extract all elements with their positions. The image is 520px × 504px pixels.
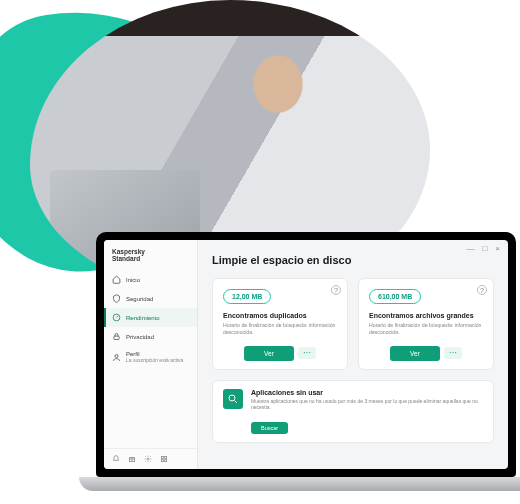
speedometer-icon xyxy=(112,313,121,322)
card-desc: Horario de finalización de búsqueda: inf… xyxy=(369,322,483,336)
gear-icon[interactable] xyxy=(144,455,152,463)
card-desc: Muestra aplicaciones que no ha usado por… xyxy=(251,398,483,411)
card-actions: Ver ⋯ xyxy=(223,346,337,361)
sidebar-item-perfil[interactable]: Perfil La suscripción está activa xyxy=(104,346,197,368)
sidebar-item-label: Seguridad xyxy=(126,296,153,302)
minimize-button[interactable]: — xyxy=(466,244,474,253)
close-button[interactable]: × xyxy=(495,244,500,253)
home-icon xyxy=(112,275,121,284)
brand-line2: Standard xyxy=(112,255,140,262)
sidebar-bottom-icons xyxy=(104,448,197,469)
main-panel: — □ × Limpie el espacio en disco ? 12,00… xyxy=(198,240,508,469)
metric-badge: 610,00 MB xyxy=(369,289,421,304)
sidebar-item-sublabel: La suscripción está activa xyxy=(126,357,183,363)
svg-rect-8 xyxy=(165,460,167,462)
sidebar-item-label: Rendimiento xyxy=(126,315,160,321)
laptop-mockup: Kaspersky Standard Inicio Seguridad Rend… xyxy=(96,232,516,497)
sidebar: Kaspersky Standard Inicio Seguridad Rend… xyxy=(104,240,198,469)
card-title: Encontramos duplicados xyxy=(223,312,337,319)
laptop-screen: Kaspersky Standard Inicio Seguridad Rend… xyxy=(96,232,516,477)
cards-row: ? 12,00 MB Encontramos duplicados Horari… xyxy=(212,278,494,370)
sidebar-nav: Inicio Seguridad Rendimiento Privacidad xyxy=(104,268,197,448)
search-button[interactable]: Buscar xyxy=(251,422,288,434)
card-title: Aplicaciones sin usar xyxy=(251,389,483,396)
svg-rect-5 xyxy=(161,456,163,458)
card-unused-apps: Aplicaciones sin usar Muestra aplicacion… xyxy=(212,380,494,443)
svg-point-9 xyxy=(229,395,235,401)
card-duplicates: ? 12,00 MB Encontramos duplicados Horari… xyxy=(212,278,348,370)
brand-line1: Kaspersky xyxy=(112,248,145,255)
help-icon[interactable]: ? xyxy=(331,285,341,295)
sidebar-item-privacidad[interactable]: Privacidad xyxy=(104,327,197,346)
metric-badge: 12,00 MB xyxy=(223,289,271,304)
svg-rect-7 xyxy=(161,460,163,462)
grid-icon[interactable] xyxy=(160,455,168,463)
lock-icon xyxy=(112,332,121,341)
svg-point-4 xyxy=(147,458,149,460)
window-controls: — □ × xyxy=(466,244,500,253)
sidebar-item-label: Inicio xyxy=(126,277,140,283)
card-large-files: ? 610,00 MB Encontramos archivos grandes… xyxy=(358,278,494,370)
laptop-base xyxy=(79,477,520,491)
view-button[interactable]: Ver xyxy=(390,346,440,361)
sidebar-item-seguridad[interactable]: Seguridad xyxy=(104,289,197,308)
present-icon[interactable] xyxy=(128,455,136,463)
card-desc: Horario de finalización de búsqueda: inf… xyxy=(223,322,337,336)
svg-point-2 xyxy=(115,354,118,357)
page-title: Limpie el espacio en disco xyxy=(212,254,494,266)
card-title: Encontramos archivos grandes xyxy=(369,312,483,319)
svg-rect-6 xyxy=(165,456,167,458)
card-actions: Ver ⋯ xyxy=(369,346,483,361)
bell-icon[interactable] xyxy=(112,455,120,463)
app-window: Kaspersky Standard Inicio Seguridad Rend… xyxy=(104,240,508,469)
unused-body: Aplicaciones sin usar Muestra aplicacion… xyxy=(251,389,483,434)
magnifier-apps-icon xyxy=(223,389,243,409)
shield-icon xyxy=(112,294,121,303)
svg-rect-1 xyxy=(114,336,119,339)
view-button[interactable]: Ver xyxy=(244,346,294,361)
brand: Kaspersky Standard xyxy=(104,240,197,268)
sidebar-item-rendimiento[interactable]: Rendimiento xyxy=(104,308,197,327)
user-icon xyxy=(112,353,121,362)
help-icon[interactable]: ? xyxy=(477,285,487,295)
sidebar-item-label: Privacidad xyxy=(126,334,154,340)
sidebar-item-inicio[interactable]: Inicio xyxy=(104,270,197,289)
more-button[interactable]: ⋯ xyxy=(298,347,316,359)
maximize-button[interactable]: □ xyxy=(482,244,487,253)
more-button[interactable]: ⋯ xyxy=(444,347,462,359)
